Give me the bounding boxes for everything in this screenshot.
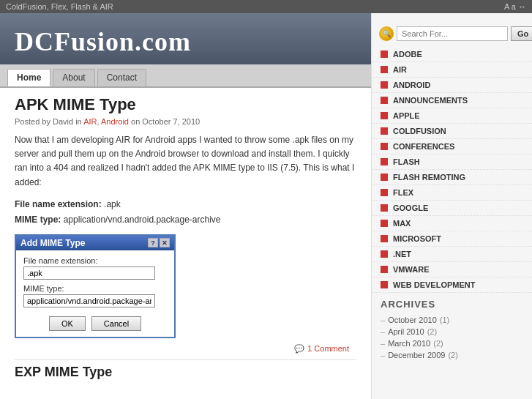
- category-item[interactable]: ADOBE: [372, 47, 532, 62]
- category-item[interactable]: FLASH REMOTING: [372, 170, 532, 185]
- next-article-title: EXP MIME Type: [15, 359, 356, 380]
- category-color-box: [381, 250, 388, 258]
- category-item[interactable]: VMWARE: [372, 262, 532, 277]
- meta-date: on October 7, 2010: [131, 117, 200, 126]
- archive-link[interactable]: April 2010: [388, 327, 424, 336]
- category-color-box: [381, 220, 388, 227]
- file-ext-label: File name extension:: [15, 199, 102, 209]
- category-label: FLASH REMOTING: [393, 173, 465, 182]
- sidebar: 🔍 Go ADOBEAIRANDROIDANNOUNCEMENTSAPPLECO…: [371, 13, 532, 399]
- category-label: ADOBE: [393, 50, 422, 59]
- dialog-ok-btn[interactable]: OK: [49, 316, 86, 331]
- category-label: COLDFUSION: [393, 127, 446, 135]
- mime-label: MIME type:: [15, 215, 61, 225]
- dialog-field2-input[interactable]: [23, 294, 155, 307]
- category-label: FLEX: [393, 188, 413, 197]
- archive-item: December 2009 (2): [381, 349, 523, 361]
- category-label: MAX: [393, 219, 411, 228]
- category-color-box: [381, 204, 388, 212]
- search-go-button[interactable]: Go: [511, 26, 532, 41]
- nav-tabs: Home About Contact: [0, 64, 371, 88]
- meta-link-android[interactable]: Android: [101, 117, 129, 126]
- dialog-body: File name extension: MIME type: OK Cance…: [16, 250, 174, 337]
- article-area: APK MIME Type Posted by David in AIR, An…: [0, 88, 371, 387]
- archives-section: ARCHIVES October 2010 (1)April 2010 (2)M…: [372, 293, 532, 367]
- article-meta: Posted by David in AIR, Android on Octob…: [15, 117, 356, 126]
- tab-home[interactable]: Home: [7, 69, 50, 86]
- archive-item: March 2010 (2): [381, 338, 523, 349]
- category-label: WEB DEVELOPMENT: [393, 280, 475, 289]
- category-item[interactable]: ANNOUNCEMENTS: [372, 93, 532, 108]
- archive-count: (2): [433, 339, 443, 348]
- comment-link[interactable]: 💬 1 Comment: [15, 344, 356, 354]
- category-color-box: [381, 174, 388, 181]
- category-item[interactable]: FLASH: [372, 154, 532, 170]
- article-body: Now that I am developing AIR for Android…: [15, 133, 356, 190]
- category-item[interactable]: COLDFUSION: [372, 124, 532, 139]
- category-item[interactable]: AIR: [372, 62, 532, 78]
- category-color-box: [381, 281, 388, 288]
- category-color-box: [381, 112, 388, 119]
- dialog-close-btn[interactable]: ✕: [160, 238, 170, 247]
- search-input[interactable]: [397, 26, 508, 41]
- comment-icon: 💬: [294, 344, 304, 354]
- article-meta-text: Posted by David in: [15, 117, 82, 126]
- archive-count: (2): [427, 327, 437, 336]
- category-label: .NET: [393, 250, 411, 258]
- top-bar: ColdFusion, Flex, Flash & AIR A a ↔: [0, 0, 532, 13]
- category-color-box: [381, 51, 388, 58]
- category-color-box: [381, 127, 388, 135]
- category-item[interactable]: CONFERENCES: [372, 139, 532, 154]
- categories-list: ADOBEAIRANDROIDANNOUNCEMENTSAPPLECOLDFUS…: [372, 47, 532, 293]
- category-label: VMWARE: [393, 265, 430, 274]
- archive-link[interactable]: March 2010: [388, 339, 430, 348]
- tab-contact[interactable]: Contact: [97, 69, 146, 86]
- article-title: APK MIME Type: [15, 95, 356, 114]
- site-title: DCFusion.com: [15, 26, 356, 57]
- category-label: APPLE: [393, 111, 420, 120]
- archive-count: (1): [440, 316, 449, 324]
- category-item[interactable]: APPLE: [372, 108, 532, 124]
- main-content: DCFusion.com Home About Contact APK MIME…: [0, 13, 371, 399]
- search-area: 🔍 Go: [372, 20, 532, 47]
- category-color-box: [381, 266, 388, 273]
- site-header: DCFusion.com: [0, 13, 371, 64]
- dialog-title-controls: ? ✕: [148, 238, 170, 247]
- category-item[interactable]: GOOGLE: [372, 201, 532, 216]
- category-label: MICROSOFT: [393, 234, 441, 243]
- category-color-box: [381, 66, 388, 73]
- comment-count: 1 Comment: [307, 344, 349, 353]
- archives-title: ARCHIVES: [381, 299, 523, 310]
- category-label: ANNOUNCEMENTS: [393, 96, 468, 105]
- category-color-box: [381, 235, 388, 242]
- dialog-field1-input[interactable]: [23, 266, 155, 280]
- category-color-box: [381, 81, 388, 89]
- category-item[interactable]: .NET: [372, 247, 532, 262]
- file-ext-value: .apk: [104, 199, 121, 209]
- category-item[interactable]: ANDROID: [372, 78, 532, 93]
- category-label: FLASH: [393, 157, 420, 166]
- category-item[interactable]: WEB DEVELOPMENT: [372, 277, 532, 293]
- meta-link-air[interactable]: AIR: [83, 117, 97, 126]
- category-color-box: [381, 158, 388, 165]
- font-controls[interactable]: A a ↔: [504, 2, 526, 11]
- category-item[interactable]: MICROSOFT: [372, 231, 532, 247]
- dialog-title-bar: Add MIME Type ? ✕: [16, 236, 174, 250]
- search-icon: 🔍: [379, 26, 394, 41]
- dialog-help-btn[interactable]: ?: [148, 238, 158, 247]
- category-item[interactable]: MAX: [372, 216, 532, 231]
- category-label: AIR: [393, 65, 407, 74]
- dialog-cancel-btn[interactable]: Cancel: [91, 316, 141, 331]
- dialog-field1-label: File name extension:: [23, 256, 167, 265]
- archive-count: (2): [448, 351, 457, 359]
- mime-details: File name extension: .apk MIME type: app…: [15, 197, 356, 228]
- dialog-field2-label: MIME type:: [23, 284, 167, 293]
- site-tagline: ColdFusion, Flex, Flash & AIR: [6, 2, 113, 11]
- category-color-box: [381, 143, 388, 150]
- tab-about[interactable]: About: [53, 69, 94, 86]
- archive-item: October 2010 (1): [381, 314, 523, 326]
- category-item[interactable]: FLEX: [372, 185, 532, 201]
- archive-link[interactable]: December 2009: [388, 351, 445, 359]
- category-label: GOOGLE: [393, 204, 428, 212]
- archive-link[interactable]: October 2010: [388, 316, 437, 324]
